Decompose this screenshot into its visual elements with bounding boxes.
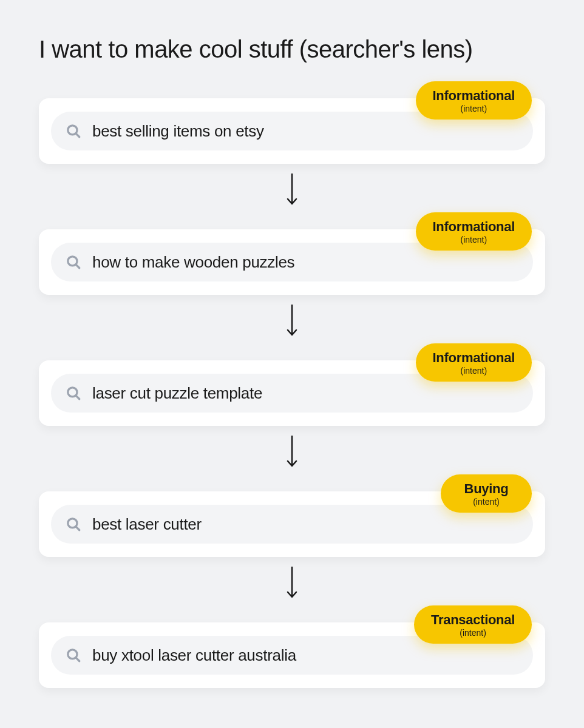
search-query: how to make wooden puzzles	[92, 253, 294, 272]
intent-badge: Informational (intent)	[416, 81, 532, 120]
flow-step: Informational (intent) laser cut puzzle …	[39, 360, 545, 426]
flow-step: Informational (intent) best selling item…	[39, 98, 545, 164]
search-query: best laser cutter	[92, 515, 202, 534]
flow-step: Buying (intent) best laser cutter	[39, 491, 545, 557]
search-query: laser cut puzzle template	[92, 384, 262, 403]
intent-label: Informational	[433, 220, 515, 234]
arrow-down-icon	[287, 303, 297, 337]
arrow-down-icon	[287, 565, 297, 599]
intent-label: Informational	[433, 351, 515, 365]
search-query: buy xtool laser cutter australia	[92, 646, 296, 665]
search-query: best selling items on etsy	[92, 122, 264, 141]
intent-label: Buying	[458, 482, 515, 496]
svg-line-13	[76, 658, 80, 661]
flow-step: Transactional (intent) buy xtool laser c…	[39, 622, 545, 688]
intent-sublabel: (intent)	[431, 628, 515, 638]
intent-sublabel: (intent)	[458, 497, 515, 507]
search-icon	[66, 647, 81, 663]
svg-line-10	[76, 527, 80, 530]
intent-badge: Informational (intent)	[416, 343, 532, 382]
arrow-down-icon	[287, 172, 297, 206]
intent-sublabel: (intent)	[433, 366, 515, 376]
intent-badge: Informational (intent)	[416, 212, 532, 251]
intent-sublabel: (intent)	[433, 104, 515, 113]
svg-line-7	[76, 396, 80, 399]
search-icon	[66, 123, 81, 139]
page-title: I want to make cool stuff (searcher's le…	[39, 34, 545, 64]
intent-badge: Buying (intent)	[441, 474, 532, 513]
search-icon	[66, 385, 81, 401]
svg-line-1	[76, 133, 80, 137]
search-icon	[66, 254, 81, 270]
intent-label: Transactional	[431, 613, 515, 627]
intent-label: Informational	[433, 89, 515, 103]
search-icon	[66, 516, 81, 532]
arrow-down-icon	[287, 434, 297, 468]
intent-badge: Transactional (intent)	[414, 605, 532, 644]
flow-step: Informational (intent) how to make woode…	[39, 229, 545, 295]
search-flow: Informational (intent) best selling item…	[39, 98, 545, 688]
svg-line-4	[76, 265, 80, 268]
intent-sublabel: (intent)	[433, 235, 515, 244]
